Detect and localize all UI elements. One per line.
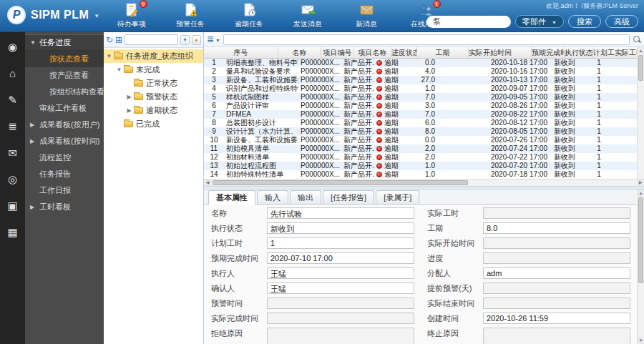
field-value-input[interactable] (483, 207, 630, 219)
detail-tab[interactable]: 输入 (257, 190, 288, 204)
column-header[interactable]: 项目名称 (354, 47, 391, 58)
table-row[interactable]: 12 初始材料清单 P000000X... 新产品开... 逾期 2.0 202… (204, 153, 644, 162)
sidebar-item[interactable]: 流程监控 (25, 149, 104, 166)
field-value-input[interactable]: 8.0 (483, 222, 630, 234)
grid-filter-input[interactable] (223, 34, 630, 45)
detail-tab[interactable]: 基本属性 (208, 190, 255, 205)
tree-node[interactable]: 预警状态 (104, 90, 203, 104)
module-book-icon[interactable]: ▣ (5, 198, 21, 214)
find-next-icon[interactable]: ▼ (180, 35, 190, 45)
table-row[interactable]: 14 初始特殊特性清单 P000000X... 新产品开... 逾期 1.0 2… (204, 170, 644, 179)
table-row[interactable]: 1 明细表整理、物料号申请 P000000X... 新产品开... 逾期 0.0… (204, 59, 644, 67)
detail-tab[interactable]: 输出 (290, 190, 321, 204)
scrollbar-thumb[interactable] (213, 180, 468, 185)
scroll-left-icon[interactable]: ◀ (204, 180, 211, 186)
table-row[interactable]: 10 新设备、工装和设施要求（... P000000X... 新产品开... 逾… (204, 136, 644, 144)
sidebar-item[interactable]: 按状态查看 (25, 51, 104, 67)
table-row[interactable]: 3 新设备、工装和设施要求（... P000000X... 新产品开... 逾期… (204, 76, 644, 84)
tree-filter-input[interactable] (125, 34, 178, 45)
field-value-input[interactable]: 2020-10-26 11:59 (483, 313, 630, 324)
module-card-icon[interactable]: ▦ (5, 225, 21, 240)
column-header[interactable]: 进度状态 (391, 47, 417, 58)
find-previous-icon[interactable]: ▲ (192, 35, 201, 45)
detail-tab[interactable]: [任务报告] (323, 190, 374, 204)
refresh-icon[interactable]: ↻ (106, 35, 113, 45)
table-row[interactable]: 5 样机试制图样 P000000X... 新产品开... 逾期 7.0 2020… (204, 93, 644, 102)
app-logo-menu[interactable]: P SIPM PLM (7, 6, 99, 24)
field-value-input[interactable] (483, 328, 630, 344)
column-header[interactable]: 工期 (417, 47, 469, 58)
send-message-button[interactable]: 发送消息 (289, 2, 326, 29)
field-value-input[interactable]: 王猛 (267, 282, 414, 294)
scroll-down-icon[interactable]: ▼ (638, 337, 644, 344)
sidebar-item[interactable]: 审核工作看板 (25, 100, 104, 117)
table-row[interactable]: 8 总装图初步设计 P000000X... 新产品开... 逾期 6.0 202… (204, 119, 644, 127)
todo-items-button[interactable]: 2 待办事项 (113, 2, 150, 29)
tree-node[interactable]: 任务进度_状态组织 (104, 49, 203, 63)
field-value-input[interactable] (483, 298, 630, 309)
field-value-input[interactable] (483, 282, 630, 294)
sidebar-item[interactable]: 成果看板(按时间) (25, 133, 104, 149)
column-header[interactable]: 执行状态 (565, 47, 593, 58)
table-row[interactable]: 7 DFMEA P000000X... 新产品开... 逾期 7.0 2020-… (204, 110, 644, 119)
scroll-up-icon[interactable]: ▲ (638, 190, 644, 197)
search-icon[interactable] (633, 35, 641, 44)
column-header[interactable]: 名称 (278, 47, 321, 58)
field-value-input[interactable] (483, 237, 630, 249)
sidebar-item[interactable]: 工时看板 (25, 199, 104, 215)
module-workspace-icon[interactable]: ◉ (5, 39, 21, 55)
tree-node[interactable]: 未完成 (104, 63, 203, 77)
global-search-input[interactable] (426, 16, 511, 28)
field-value-input[interactable] (267, 313, 414, 324)
new-messages-button[interactable]: 新消息 (348, 2, 385, 29)
scroll-up-icon[interactable]: ▲ (638, 47, 644, 54)
field-value-input[interactable] (267, 298, 414, 309)
module-data-icon[interactable]: ≣ (5, 119, 21, 134)
hierarchy-icon[interactable]: ⊞ (115, 35, 122, 45)
table-row[interactable]: 4 识别产品和过程特殊特性 P000000X... 新产品开... 逾期 1.0… (204, 84, 644, 93)
grid-view-menu-button[interactable]: ≣ (207, 34, 220, 44)
module-edit-icon[interactable]: ✎ (5, 92, 21, 108)
table-row[interactable]: 9 设计计算（水力计算、电机... P000000X... 新产品开... 逾期… (204, 127, 644, 136)
tree-node[interactable]: 正常状态 (104, 77, 203, 90)
column-header[interactable]: 计划工时 (593, 47, 615, 58)
field-value-input[interactable]: 2020-07-10 17:00 (267, 252, 414, 264)
field-value-input[interactable] (267, 328, 414, 344)
grid-horizontal-scrollbar[interactable]: ◀ ▶ (204, 179, 644, 186)
sidebar-item[interactable]: 按产品查看 (25, 67, 104, 84)
column-header[interactable]: 序号 (204, 47, 278, 58)
field-value-input[interactable] (483, 252, 630, 264)
sidebar-item[interactable]: 成果看板(按用户) (25, 117, 104, 133)
overdue-tasks-button[interactable]: 逾期任务 (230, 2, 268, 29)
field-value-input[interactable]: 1 (267, 237, 414, 249)
sidebar-item[interactable]: 任务进度 (25, 34, 104, 51)
field-value-input[interactable]: adm (483, 267, 630, 279)
table-row[interactable]: 6 产品设计评审 P000000X... 新产品开... 逾期 3.0 2020… (204, 102, 644, 110)
field-value-input[interactable]: 先行试验 (267, 207, 414, 219)
tree-node[interactable]: 已完成 (104, 117, 203, 131)
detail-vertical-scrollbar[interactable]: ▲ ▼ (637, 190, 644, 344)
scroll-right-icon[interactable]: ▶ (637, 180, 644, 186)
column-header[interactable]: 实际开始时间 (469, 47, 532, 58)
module-monitor-icon[interactable]: ◎ (5, 172, 21, 187)
detail-tab[interactable]: [隶属于] (376, 190, 419, 204)
advanced-search-button[interactable]: 高级 (605, 15, 638, 28)
field-value-input[interactable]: 新收到 (267, 222, 414, 234)
scrollbar-thumb[interactable] (638, 197, 643, 283)
column-header[interactable]: 项目编号 (321, 47, 354, 58)
sidebar-item[interactable]: 按组织结构查看 (25, 84, 104, 100)
table-row[interactable]: 11 初始模具清单 P000000X... 新产品开... 逾期 2.0 202… (204, 144, 644, 153)
sidebar-item[interactable]: 任务报告 (25, 166, 104, 182)
warning-tasks-button[interactable]: 预警任务 (172, 2, 209, 29)
module-chat-icon[interactable]: ✉ (5, 145, 21, 161)
tree-node[interactable]: 逾期状态 (104, 104, 203, 117)
sidebar-item[interactable]: 工作日报 (25, 182, 104, 199)
search-button[interactable]: 搜索 (568, 15, 601, 28)
scrollbar-thumb[interactable] (638, 55, 643, 81)
table-row[interactable]: 13 初始过程流程图 P000000X... 新产品开... 逾期 1.0 20… (204, 162, 644, 170)
column-header[interactable]: 预期完成时间 (532, 47, 565, 58)
module-home-icon[interactable]: ⌂ (5, 66, 21, 82)
table-row[interactable]: 2 量具和试验设备要求 P000000X... 新产品开... 逾期 4.0 2… (204, 67, 644, 76)
search-category-select[interactable]: 零部件 (515, 15, 564, 28)
grid-vertical-scrollbar[interactable]: ▲ ▼ (637, 47, 644, 186)
